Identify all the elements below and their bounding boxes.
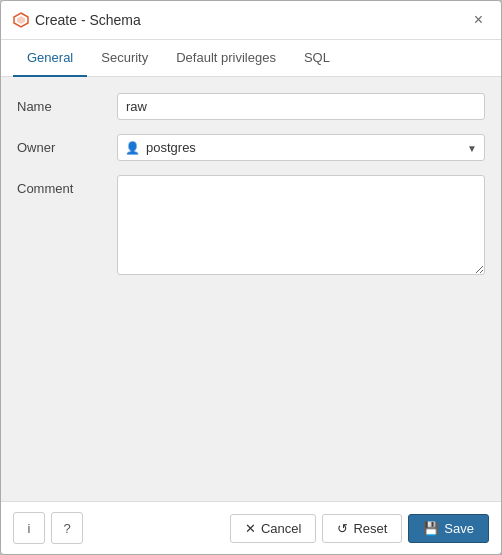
comment-field-wrapper: [117, 175, 485, 278]
dialog-footer: i ? ✕ Cancel ↺ Reset 💾 Save: [1, 501, 501, 554]
title-bar-left: Create - Schema: [13, 12, 141, 28]
tab-default-privileges[interactable]: Default privileges: [162, 40, 290, 77]
tab-security[interactable]: Security: [87, 40, 162, 77]
reset-icon: ↺: [337, 521, 348, 536]
close-button[interactable]: ×: [468, 9, 489, 31]
tab-general[interactable]: General: [13, 40, 87, 77]
schema-icon: [13, 12, 29, 28]
tab-sql[interactable]: SQL: [290, 40, 344, 77]
save-button[interactable]: 💾 Save: [408, 514, 489, 543]
comment-label: Comment: [17, 175, 117, 196]
cancel-icon: ✕: [245, 521, 256, 536]
owner-row: Owner 👤 postgres ▼: [17, 134, 485, 161]
comment-row: Comment: [17, 175, 485, 278]
help-button[interactable]: ?: [51, 512, 83, 544]
name-row: Name: [17, 93, 485, 120]
comment-textarea[interactable]: [117, 175, 485, 275]
reset-label: Reset: [353, 521, 387, 536]
name-label: Name: [17, 93, 117, 114]
owner-select[interactable]: postgres: [117, 134, 485, 161]
owner-select-wrapper: 👤 postgres ▼: [117, 134, 485, 161]
footer-left: i ?: [13, 512, 83, 544]
footer-right: ✕ Cancel ↺ Reset 💾 Save: [230, 514, 489, 543]
info-button[interactable]: i: [13, 512, 45, 544]
save-label: Save: [444, 521, 474, 536]
name-field-wrapper: [117, 93, 485, 120]
tab-bar: General Security Default privileges SQL: [1, 40, 501, 77]
name-input[interactable]: [117, 93, 485, 120]
title-bar: Create - Schema ×: [1, 1, 501, 40]
reset-button[interactable]: ↺ Reset: [322, 514, 402, 543]
dialog-title: Create - Schema: [35, 12, 141, 28]
save-icon: 💾: [423, 521, 439, 536]
owner-field-wrapper: 👤 postgres ▼: [117, 134, 485, 161]
cancel-button[interactable]: ✕ Cancel: [230, 514, 316, 543]
form-content: Name Owner 👤 postgres ▼ Comment: [1, 77, 501, 501]
cancel-label: Cancel: [261, 521, 301, 536]
svg-marker-1: [17, 16, 25, 24]
create-schema-dialog: Create - Schema × General Security Defau…: [0, 0, 502, 555]
owner-label: Owner: [17, 134, 117, 155]
